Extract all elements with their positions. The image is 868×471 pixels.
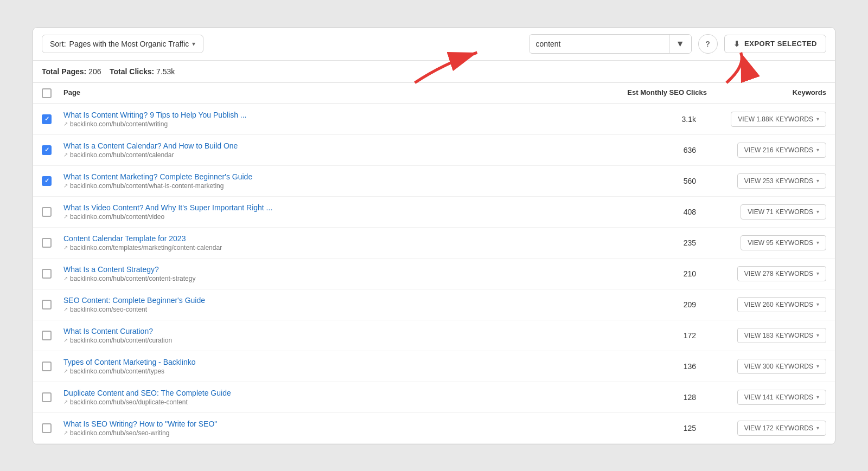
page-url-9: ↗ backlinko.com/hub/seo/duplicate-conten… [63,398,598,406]
view-keywords-button-7[interactable]: VIEW 183 KEYWORDS ▾ [737,328,826,343]
total-pages-value: 206 [88,67,101,76]
keywords-cell-2: VIEW 253 KEYWORDS ▾ [707,173,826,189]
keywords-chevron-icon: ▾ [816,240,819,246]
page-title-6[interactable]: SEO Content: Complete Beginner's Guide [63,296,598,305]
view-keywords-button-10[interactable]: VIEW 172 KEYWORDS ▾ [737,421,826,436]
row-checkbox-7[interactable] [42,331,52,340]
page-cell-2: What Is Content Marketing? Complete Begi… [63,172,598,190]
clicks-cell-9: 128 [598,393,707,402]
keywords-chevron-icon: ▾ [816,178,819,184]
row-checkbox-9[interactable] [42,392,52,402]
page-url-8: ↗ backlinko.com/hub/content/types [63,367,598,375]
page-title-8[interactable]: Types of Content Marketing - Backlinko [63,358,598,366]
view-keywords-button-5[interactable]: VIEW 278 KEYWORDS ▾ [737,266,826,281]
export-selected-button[interactable]: ⬇ EXPORT SELECTED [724,35,826,53]
keywords-cell-6: VIEW 260 KEYWORDS ▾ [707,297,826,312]
help-button[interactable]: ? [698,34,718,54]
clicks-cell-5: 210 [598,269,707,278]
page-cell-7: What Is Content Curation? ↗ backlinko.co… [63,327,598,344]
page-cell-5: What Is a Content Strategy? ↗ backlinko.… [63,265,598,282]
keywords-chevron-icon: ▾ [816,425,819,431]
export-label: EXPORT SELECTED [744,40,817,48]
external-link-icon: ↗ [63,430,68,436]
external-link-icon: ↗ [63,121,68,127]
row-checkbox-8[interactable] [42,362,52,371]
page-title-7[interactable]: What Is Content Curation? [63,327,598,335]
page-title-3[interactable]: What Is Video Content? And Why It's Supe… [63,203,598,212]
row-checkbox-0[interactable] [42,114,52,124]
keywords-chevron-icon: ▾ [816,116,819,122]
row-checkbox-6[interactable] [42,300,52,309]
col-clicks-header: Est Monthly SEO Clicks [598,88,707,98]
keywords-chevron-icon: ▾ [816,147,819,153]
keywords-cell-9: VIEW 141 KEYWORDS ▾ [707,390,826,405]
main-container: Sort: Pages with the Most Organic Traffi… [33,27,835,444]
page-title-10[interactable]: What Is SEO Writing? How to "Write for S… [63,420,598,428]
view-keywords-button-3[interactable]: VIEW 71 KEYWORDS ▾ [741,204,826,220]
page-url-3: ↗ backlinko.com/hub/content/video [63,213,598,221]
table-body: What Is Content Writing? 9 Tips to Help … [33,104,835,444]
page-title-4[interactable]: Content Calendar Template for 2023 [63,234,598,243]
view-keywords-button-6[interactable]: VIEW 260 KEYWORDS ▾ [737,297,826,312]
clicks-cell-7: 172 [598,331,707,340]
page-title-1[interactable]: What Is a Content Calendar? And How to B… [63,141,598,150]
view-keywords-button-4[interactable]: VIEW 95 KEYWORDS ▾ [741,235,826,250]
clicks-cell-0: 3.1k [598,115,707,124]
table-row: What Is Video Content? And Why It's Supe… [33,197,835,228]
table-row: What Is SEO Writing? How to "Write for S… [33,413,835,444]
page-title-0[interactable]: What Is Content Writing? 9 Tips to Help … [63,111,598,119]
export-icon: ⬇ [733,40,741,48]
search-input[interactable] [529,35,669,53]
row-checkbox-10[interactable] [42,423,52,433]
row-checkbox-1[interactable] [42,145,52,155]
clicks-cell-3: 408 [598,208,707,216]
page-url-4: ↗ backlinko.com/templates/marketing/cont… [63,244,598,251]
page-url-7: ↗ backlinko.com/hub/content/curation [63,337,598,344]
page-url-6: ↗ backlinko.com/seo-content [63,306,598,313]
sort-button[interactable]: Sort: Pages with the Most Organic Traffi… [42,35,203,53]
page-title-5[interactable]: What Is a Content Strategy? [63,265,598,274]
page-title-9[interactable]: Duplicate Content and SEO: The Complete … [63,389,598,397]
external-link-icon: ↗ [63,368,68,374]
table-row: Types of Content Marketing - Backlinko ↗… [33,351,835,382]
table-row: Duplicate Content and SEO: The Complete … [33,382,835,413]
total-clicks-value: 7.53k [156,67,175,76]
filter-button[interactable]: ▼ [669,35,691,53]
row-checkbox-2[interactable] [42,176,52,186]
sort-label: Sort: [50,40,66,48]
page-cell-10: What Is SEO Writing? How to "Write for S… [63,420,598,437]
page-url-10: ↗ backlinko.com/hub/seo/seo-writing [63,429,598,437]
keywords-cell-3: VIEW 71 KEYWORDS ▾ [707,204,826,220]
keywords-chevron-icon: ▾ [816,209,819,215]
table-row: What Is Content Writing? 9 Tips to Help … [33,104,835,135]
external-link-icon: ↗ [63,244,68,250]
view-keywords-button-9[interactable]: VIEW 141 KEYWORDS ▾ [737,390,826,405]
row-checkbox-3[interactable] [42,207,52,217]
external-link-icon: ↗ [63,399,68,405]
col-keywords-header: Keywords [707,88,826,98]
keywords-cell-4: VIEW 95 KEYWORDS ▾ [707,235,826,250]
page-cell-0: What Is Content Writing? 9 Tips to Help … [63,111,598,128]
clicks-cell-2: 560 [598,177,707,185]
summary-bar: Total Pages: 206 Total Clicks: 7.53k [33,61,835,83]
select-all-checkbox[interactable] [42,88,52,98]
total-pages-label: Total Pages: [42,67,86,76]
row-checkbox-5[interactable] [42,269,52,279]
keywords-chevron-icon: ▾ [816,394,819,400]
search-wrapper: ▼ [529,34,692,54]
view-keywords-button-2[interactable]: VIEW 253 KEYWORDS ▾ [737,173,826,189]
view-keywords-button-0[interactable]: VIEW 1.88K KEYWORDS ▾ [731,112,826,127]
view-keywords-button-1[interactable]: VIEW 216 KEYWORDS ▾ [737,143,826,158]
page-title-2[interactable]: What Is Content Marketing? Complete Begi… [63,172,598,181]
page-cell-9: Duplicate Content and SEO: The Complete … [63,389,598,406]
page-cell-8: Types of Content Marketing - Backlinko ↗… [63,358,598,375]
page-url-2: ↗ backlinko.com/hub/content/what-is-cont… [63,182,598,190]
page-cell-1: What Is a Content Calendar? And How to B… [63,141,598,159]
view-keywords-button-8[interactable]: VIEW 300 KEYWORDS ▾ [737,359,826,374]
help-icon: ? [705,40,710,48]
keywords-chevron-icon: ▾ [816,301,819,307]
clicks-cell-4: 235 [598,238,707,247]
row-checkbox-4[interactable] [42,238,52,248]
page-cell-3: What Is Video Content? And Why It's Supe… [63,203,598,221]
table-row: What Is Content Marketing? Complete Begi… [33,166,835,197]
